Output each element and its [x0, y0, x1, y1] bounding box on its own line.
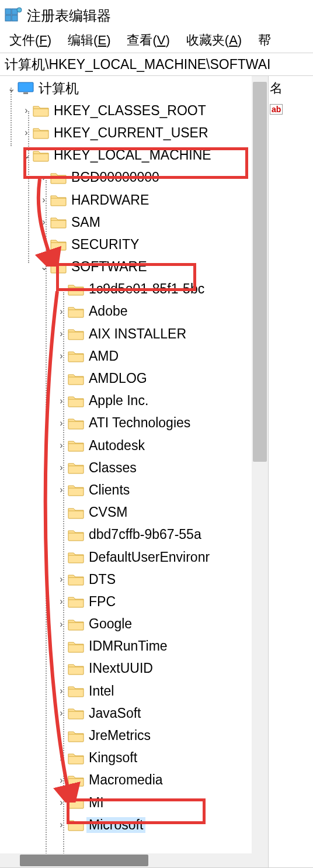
tree-row-hive-2[interactable]: ⌄HKEY_LOCAL_MACHINE	[0, 144, 268, 167]
expander-icon[interactable]: ›	[55, 619, 68, 630]
menu-help-partial[interactable]: 帮	[251, 29, 278, 51]
tree-row-sw-14[interactable]: ›FPC	[0, 590, 268, 613]
tree-row-sw-9[interactable]: ›Clients	[0, 479, 268, 501]
tree-label: JreMetrics	[86, 728, 153, 743]
tree-row-sw-23[interactable]: ›MI	[0, 791, 268, 814]
tree-row-sw-0[interactable]: 1c9d5e01-85f1-5bc	[0, 278, 268, 300]
expander-icon[interactable]: ›	[55, 351, 68, 361]
tree-label: DefaultUserEnvironr	[86, 549, 212, 565]
tree-label: HKEY_CURRENT_USER	[51, 125, 211, 141]
menu-favorites[interactable]: 收藏夹(A)	[179, 29, 249, 51]
window-title: 注册表编辑器	[27, 6, 111, 25]
registry-tree[interactable]: ⌄ 计算机 ›HKEY_CLASSES_ROOT›HKEY_CURRENT_US…	[0, 76, 268, 836]
tree-label: Google	[86, 616, 134, 632]
expander-icon[interactable]: ›	[55, 596, 68, 607]
folder-icon	[50, 216, 67, 229]
tree-row-sw-12[interactable]: DefaultUserEnvironr	[0, 546, 268, 568]
tree-row-sw-13[interactable]: ›DTS	[0, 568, 268, 590]
folder-icon	[68, 818, 84, 831]
tree-row-hklm-3[interactable]: SECURITY	[0, 233, 268, 255]
tree-row-hive-1[interactable]: ›HKEY_CURRENT_USER	[0, 122, 268, 144]
expander-icon[interactable]: ›	[20, 127, 33, 138]
tree-row-sw-17[interactable]: INextUUID	[0, 658, 268, 680]
vertical-scroll-thumb[interactable]	[253, 82, 267, 462]
folder-icon	[68, 327, 84, 340]
expander-icon[interactable]: ›	[55, 306, 68, 317]
menu-edit[interactable]: 编辑(E)	[61, 29, 117, 51]
tree-row-sw-4[interactable]: AMDLOG	[0, 367, 268, 389]
tree-label: AIX INSTALLER	[86, 326, 189, 342]
tree-row-sw-8[interactable]: ›Classes	[0, 457, 268, 479]
tree-row-sw-1[interactable]: ›Adobe	[0, 300, 268, 323]
expander-icon[interactable]: ›	[37, 217, 50, 227]
tree-row-sw-21[interactable]: ›Kingsoft	[0, 747, 268, 769]
expander-icon[interactable]: ›	[37, 172, 50, 183]
tree-row-sw-19[interactable]: ›JavaSoft	[0, 702, 268, 724]
vertical-scrollbar[interactable]	[252, 76, 268, 867]
expander-icon[interactable]: ›	[55, 819, 68, 830]
expander-icon[interactable]: ›	[55, 328, 68, 339]
computer-icon	[18, 82, 34, 95]
tree-label: Autodesk	[86, 438, 147, 454]
expander-icon[interactable]: ›	[55, 574, 68, 585]
tree-row-sw-5[interactable]: ›Apple Inc.	[0, 390, 268, 412]
tree-row-sw-11[interactable]: dbd7cffb-9b67-55a	[0, 524, 268, 546]
tree-label: HKEY_LOCAL_MACHINE	[51, 147, 214, 163]
expander-icon[interactable]: ›	[55, 797, 68, 808]
expander-icon[interactable]: ›	[55, 686, 68, 696]
tree-label: HKEY_CLASSES_ROOT	[51, 103, 208, 119]
tree-label: JavaSoft	[86, 706, 144, 721]
tree-label: ATI Technologies	[86, 415, 193, 431]
expander-icon[interactable]: ›	[55, 708, 68, 718]
tree-label: AMDLOG	[86, 371, 149, 386]
expander-icon[interactable]: ⌄	[37, 261, 50, 272]
folder-icon	[68, 707, 84, 720]
horizontal-scrollbar[interactable]	[0, 853, 252, 867]
expander-icon[interactable]: ›	[55, 440, 68, 451]
column-header-name[interactable]: 名	[270, 79, 312, 97]
tree-row-hive-0[interactable]: ›HKEY_CLASSES_ROOT	[0, 99, 268, 122]
tree-row-hklm-2[interactable]: ›SAM	[0, 211, 268, 233]
expander-icon[interactable]: ›	[55, 775, 68, 786]
expander-icon[interactable]: ›	[55, 396, 68, 406]
tree-row-sw-3[interactable]: ›AMD	[0, 345, 268, 367]
expander-icon[interactable]: ›	[37, 195, 50, 205]
tree-row-sw-22[interactable]: ›Macromedia	[0, 769, 268, 791]
menu-view[interactable]: 查看(V)	[120, 29, 176, 51]
tree-row-hklm-1[interactable]: ›HARDWARE	[0, 189, 268, 211]
tree-row-hklm-4[interactable]: ⌄SOFTWARE	[0, 256, 268, 278]
tree-row-hklm-0[interactable]: ›BCD00000000	[0, 167, 268, 189]
tree-row-sw-10[interactable]: CVSM	[0, 502, 268, 524]
folder-icon	[68, 461, 84, 474]
tree-label: Macromedia	[86, 772, 165, 788]
tree-row-sw-24[interactable]: ›Microsoft	[0, 814, 268, 836]
tree-label: HARDWARE	[69, 192, 151, 208]
tree-label: Kingsoft	[86, 750, 140, 766]
svg-rect-5	[18, 82, 33, 92]
tree-label: 计算机	[36, 79, 81, 98]
tree-label: Adobe	[86, 303, 130, 319]
expander-icon[interactable]: ›	[55, 418, 68, 428]
tree-row-sw-6[interactable]: ›ATI Technologies	[0, 412, 268, 434]
expander-icon[interactable]: ›	[55, 462, 68, 473]
folder-icon	[68, 528, 84, 541]
expander-icon[interactable]: ›	[55, 485, 68, 495]
tree-row-sw-7[interactable]: ›Autodesk	[0, 434, 268, 457]
menu-file[interactable]: 文件(F)	[2, 29, 58, 51]
expander-icon[interactable]: ›	[55, 753, 68, 763]
expander-icon[interactable]: ⌄	[20, 150, 33, 161]
tree-row-sw-2[interactable]: ›AIX INSTALLER	[0, 323, 268, 345]
address-bar[interactable]: 计算机\HKEY_LOCAL_MACHINE\SOFTWAI	[0, 53, 313, 76]
folder-icon	[68, 573, 84, 586]
tree-row-root[interactable]: ⌄ 计算机	[0, 77, 268, 99]
tree-row-sw-15[interactable]: ›Google	[0, 613, 268, 635]
expander-icon[interactable]: ›	[20, 105, 33, 116]
horizontal-scroll-thumb[interactable]	[20, 855, 148, 866]
regedit-icon	[5, 7, 22, 25]
tree-label: AMD	[86, 348, 121, 364]
expander-icon[interactable]: ⌄	[5, 83, 18, 94]
tree-row-sw-20[interactable]: JreMetrics	[0, 724, 268, 746]
tree-row-sw-18[interactable]: ›Intel	[0, 680, 268, 702]
tree-label: SECURITY	[69, 237, 141, 253]
tree-row-sw-16[interactable]: IDMRunTime	[0, 635, 268, 658]
